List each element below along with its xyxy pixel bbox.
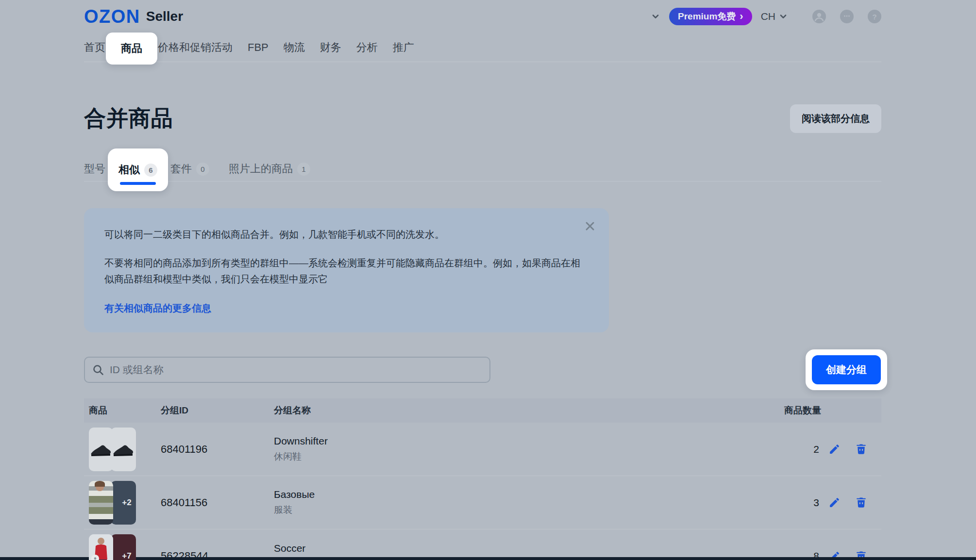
chat-button[interactable] [840, 10, 854, 23]
trash-icon [855, 496, 867, 509]
window-bottom-edge [0, 557, 976, 560]
group-category: 服装 [274, 504, 758, 516]
tab-similar-label: 相似 [118, 163, 140, 177]
col-header-group-id: 分组ID [161, 404, 274, 417]
product-count: 2 [758, 444, 821, 455]
delete-group-button[interactable] [853, 494, 869, 511]
thumbnail-jersey-image [89, 534, 113, 560]
ozon-logo: OZON [84, 6, 140, 27]
help-button[interactable]: ? [868, 10, 881, 23]
nav-item-products[interactable]: 商品 [121, 41, 142, 56]
tab-models[interactable]: 型号 [84, 162, 105, 176]
group-id: 68401156 [161, 496, 274, 509]
table-row[interactable]: +2 68401156 Базовые 服装 3 [84, 476, 881, 529]
language-code: CH [761, 11, 775, 22]
table-row[interactable]: +7 56228544 Soccer 服装 8 [84, 529, 881, 560]
nav-spotlight-products: 商品 [106, 33, 157, 65]
product-thumbnail-clothing: +2 [89, 481, 136, 525]
pencil-icon [828, 496, 841, 509]
nav-item-logistics[interactable]: 物流 [284, 40, 305, 55]
close-icon[interactable] [585, 221, 595, 231]
svg-text:?: ? [872, 13, 876, 21]
more-info-link[interactable]: 有关相似商品的更多信息 [104, 302, 211, 315]
search-box[interactable] [84, 357, 490, 383]
group-type-tabs: 型号 相似 6 套件 0 照片上的商品 1 [84, 147, 881, 191]
group-category: 休闲鞋 [274, 450, 758, 463]
nav-item-finance[interactable]: 财务 [320, 40, 341, 55]
premium-label: Premium免费 [678, 10, 736, 23]
list-toolbar: 创建分组 [84, 350, 881, 390]
read-section-info-button[interactable]: 阅读该部分信息 [790, 104, 881, 133]
edit-group-button[interactable] [826, 494, 842, 511]
nav-item-promotion[interactable]: 推广 [393, 40, 414, 55]
info-notice-box: 可以将同一二级类目下的相似商品合并。例如，几款智能手机或不同的洗发水。 不要将相… [84, 208, 609, 332]
header-actions: Premium免费 › CH [652, 8, 881, 25]
table-row[interactable]: 68401196 Downshifter 休闲鞋 2 [84, 423, 881, 476]
notice-paragraph-1: 可以将同一二级类目下的相似商品合并。例如，几款智能手机或不同的洗发水。 [104, 227, 588, 243]
table-header-row: 商品 分组ID 分组名称 商品数量 [84, 398, 881, 423]
notice-paragraph-2: 不要将相同的商品添加到所有类型的群组中——系统会检测重复并可能隐藏商品在群组中。… [104, 255, 588, 287]
group-id: 68401196 [161, 443, 274, 456]
thumbnail-more-overlay: +2 [111, 481, 136, 525]
tab-products-on-photo-count-badge: 1 [297, 163, 310, 176]
active-tab-underline [120, 182, 156, 185]
profile-button[interactable] [812, 10, 826, 23]
delete-group-button[interactable] [853, 441, 869, 457]
premium-badge[interactable]: Premium免费 › [669, 8, 752, 25]
search-icon [93, 364, 104, 376]
group-name: Downshifter [274, 435, 758, 447]
search-input[interactable] [110, 364, 482, 376]
thumbnail-sweater-image [89, 481, 113, 525]
nav-item-fbp[interactable]: FBP [248, 41, 269, 54]
product-thumbnail-shoes [89, 428, 136, 471]
col-header-group-name: 分组名称 [274, 404, 758, 417]
tab-kits[interactable]: 套件 0 [170, 162, 209, 176]
language-selector[interactable]: CH [761, 11, 787, 22]
edit-group-button[interactable] [826, 441, 842, 457]
group-name: Базовые [274, 489, 758, 500]
avatar-icon [812, 10, 826, 23]
trash-icon [855, 443, 867, 455]
group-name: Soccer [274, 543, 758, 554]
thumbnail-more-overlay: +7 [111, 534, 136, 560]
product-thumbnail-soccer: +7 [89, 534, 136, 560]
col-header-product-count: 商品数量 [758, 404, 821, 417]
tab-models-label: 型号 [84, 162, 105, 176]
create-group-button[interactable]: 创建分组 [812, 355, 881, 384]
page-title: 合并商品 [84, 104, 173, 133]
col-header-product: 商品 [89, 404, 161, 417]
title-row: 合并商品 阅读该部分信息 [84, 104, 881, 133]
nav-item-pricing[interactable]: 价格和促销活动 [158, 40, 233, 55]
more-count-badge: +2 [122, 498, 131, 508]
thumbnail-shoe-back-image [111, 428, 136, 471]
thumbnail-shoe-front-image [89, 428, 113, 471]
create-group-spotlight: 创建分组 [806, 349, 887, 390]
nav-item-analytics[interactable]: 分析 [356, 40, 378, 55]
top-header: OZON Seller Premium免费 › CH [84, 0, 881, 33]
account-chevron-down-icon[interactable] [652, 13, 659, 20]
main-nav: 首页 商品 价格和促销活动 FBP 物流 财务 分析 推广 [84, 33, 881, 62]
tab-similar-count-badge: 6 [144, 164, 157, 177]
nav-item-home[interactable]: 首页 [84, 40, 105, 55]
chat-icon [840, 10, 854, 23]
tab-products-on-photo-label: 照片上的商品 [229, 162, 293, 176]
tab-products-on-photo[interactable]: 照片上的商品 1 [229, 162, 310, 176]
product-count: 3 [758, 497, 821, 509]
language-chevron-down-icon [779, 13, 787, 20]
seller-brand-label: Seller [146, 9, 183, 24]
tab-kits-label: 套件 [170, 162, 192, 176]
more-count-badge: +7 [122, 551, 131, 560]
pencil-icon [828, 443, 841, 455]
help-icon: ? [868, 10, 881, 23]
premium-arrow-icon: › [740, 10, 743, 23]
tab-similar[interactable]: 相似 6 [118, 163, 157, 177]
groups-table: 商品 分组ID 分组名称 商品数量 68401196 Downshifter 休… [84, 398, 881, 560]
tab-kits-count-badge: 0 [196, 163, 209, 176]
tab-spotlight-similar: 相似 6 [108, 148, 168, 191]
